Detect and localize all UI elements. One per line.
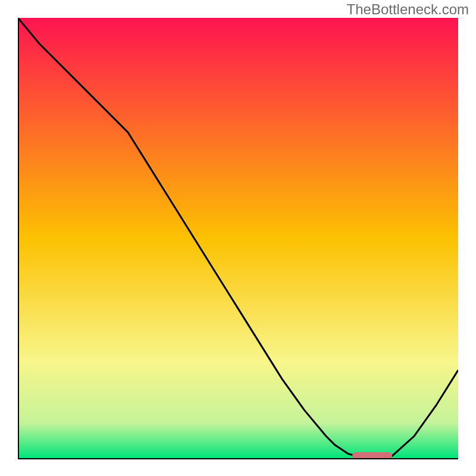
plot-area xyxy=(18,18,458,458)
watermark-text: TheBottleneck.com xyxy=(347,1,469,18)
bottleneck-curve xyxy=(18,18,458,458)
x-axis xyxy=(18,458,458,459)
y-axis xyxy=(18,18,19,458)
chart-container: TheBottleneck.com xyxy=(0,0,476,476)
